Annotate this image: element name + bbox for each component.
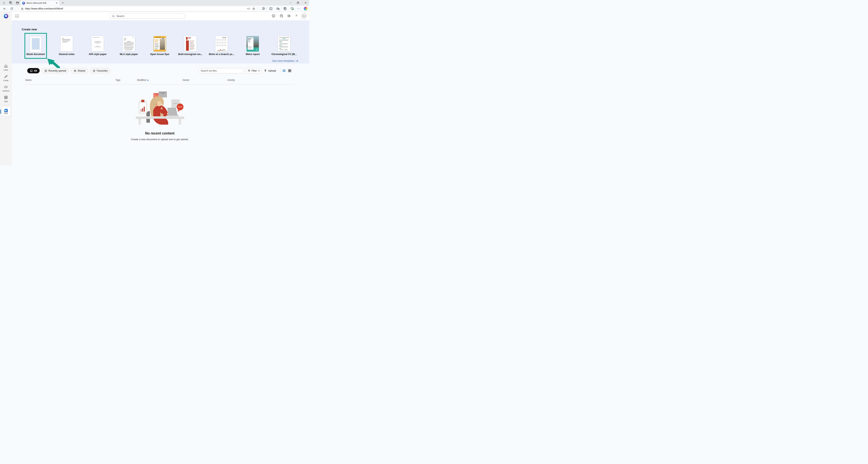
people-icon bbox=[73, 69, 76, 72]
window-close-button[interactable]: ✕ bbox=[304, 1, 307, 4]
column-header-name[interactable]: Name bbox=[25, 79, 32, 81]
workspaces-icon[interactable] bbox=[9, 1, 12, 4]
template-label: Metro report bbox=[237, 53, 268, 56]
my-day-icon[interactable] bbox=[280, 14, 283, 18]
create-pencil-icon bbox=[4, 74, 8, 78]
new-tab-button[interactable]: + bbox=[62, 1, 64, 4]
browser-titlebar: Word | Microsoft 365 ✕ + – ✕ bbox=[0, 0, 309, 5]
template-label: Bold monogram res... bbox=[175, 53, 206, 56]
microsoft-365-favicon bbox=[22, 2, 25, 4]
files-filter-pills: All Recently opened Shared Favourites bbox=[27, 68, 111, 73]
feedback-smiley-icon[interactable] bbox=[272, 14, 275, 18]
column-header-owner[interactable]: Owner bbox=[183, 79, 189, 81]
home-icon bbox=[4, 64, 8, 68]
template-card-metro-report[interactable]: REPORT TITLE bbox=[247, 36, 259, 52]
template-card-general-notes[interactable] bbox=[61, 36, 73, 52]
sort-descending-icon bbox=[147, 79, 149, 81]
column-header-tags[interactable]: Tags bbox=[115, 79, 120, 81]
apps-grid-icon bbox=[4, 95, 8, 99]
favorites-list-icon[interactable] bbox=[276, 7, 280, 10]
microsoft-365-logo[interactable] bbox=[4, 14, 8, 18]
filter-pill-recently-opened[interactable]: Recently opened bbox=[42, 68, 69, 73]
arrow-right-icon bbox=[295, 60, 298, 62]
template-label: Open house flyer bbox=[145, 53, 175, 56]
list-view-icon[interactable] bbox=[282, 69, 286, 72]
global-search-input[interactable] bbox=[116, 15, 183, 18]
refresh-icon[interactable] bbox=[10, 7, 13, 10]
browser-tab[interactable]: Word | Microsoft 365 ✕ bbox=[21, 0, 60, 5]
onedrive-cloud-icon bbox=[4, 85, 8, 89]
template-card-birds-calendar[interactable]: YEAR bbox=[215, 36, 228, 52]
template-card-mla-style[interactable] bbox=[123, 36, 135, 52]
template-label: Blank document bbox=[20, 53, 51, 56]
app-launcher-icon[interactable] bbox=[16, 14, 19, 18]
app-rail: Home Create OneDrive Apps W Word bbox=[0, 20, 12, 165]
clock-icon bbox=[44, 69, 47, 72]
template-card-blank-document[interactable] bbox=[30, 36, 41, 52]
sidebar-item-word[interactable]: W Word bbox=[1, 107, 10, 116]
template-card-chronological-cv[interactable]: FIRST NAME SURNAME bbox=[278, 36, 290, 52]
browser-essentials-icon[interactable] bbox=[290, 7, 294, 10]
filter-pill-favourites[interactable]: Favourites bbox=[90, 68, 111, 73]
annotation-arrow bbox=[46, 58, 62, 69]
column-header-activity[interactable]: Activity bbox=[227, 79, 235, 81]
account-avatar[interactable]: GJ bbox=[302, 13, 307, 19]
template-card-bold-monogram-resume[interactable] bbox=[184, 36, 196, 52]
browser-profile-icon[interactable] bbox=[2, 1, 6, 4]
filter-button[interactable]: Filter bbox=[246, 68, 261, 73]
table-header-divider bbox=[25, 84, 294, 85]
create-new-title: Create new bbox=[22, 28, 37, 31]
grid-view-icon[interactable] bbox=[288, 69, 291, 72]
svg-text:A: A bbox=[247, 7, 248, 10]
settings-more-icon[interactable]: … bbox=[298, 6, 300, 9]
sidebar-item-onedrive[interactable]: OneDrive bbox=[0, 85, 11, 92]
split-screen-icon[interactable] bbox=[269, 7, 273, 10]
read-aloud-icon[interactable]: A bbox=[247, 7, 250, 10]
upload-button[interactable]: Upload bbox=[264, 68, 276, 73]
all-files-icon bbox=[30, 69, 33, 72]
chevron-down-icon bbox=[258, 70, 260, 72]
global-search[interactable] bbox=[110, 13, 185, 19]
lock-icon bbox=[21, 7, 24, 10]
tab-title: Word | Microsoft 365 bbox=[26, 2, 56, 4]
search-my-files-input[interactable] bbox=[200, 69, 242, 72]
back-icon[interactable] bbox=[3, 7, 6, 10]
collections-icon[interactable] bbox=[283, 7, 287, 10]
template-label: MLA style paper bbox=[114, 53, 144, 56]
active-app-indicator bbox=[0, 109, 1, 114]
star-icon bbox=[93, 69, 95, 72]
template-label: Chronological CV (M... bbox=[269, 53, 300, 56]
sidebar-item-home[interactable]: Home bbox=[0, 64, 11, 71]
search-my-files[interactable] bbox=[198, 68, 244, 73]
template-card-open-house-flyer[interactable]: EVENT NAME HERE bbox=[154, 36, 166, 52]
filter-pill-shared[interactable]: Shared bbox=[71, 68, 88, 73]
window-restore-button[interactable] bbox=[297, 2, 299, 4]
filter-pill-all[interactable]: All bbox=[27, 68, 40, 73]
empty-state-title: No recent content bbox=[0, 131, 309, 135]
copilot-icon[interactable] bbox=[304, 7, 308, 10]
address-bar[interactable]: https://www.office.com/launch/Word/ A bbox=[19, 6, 257, 11]
url-text: https://www.office.com/launch/Word/ bbox=[25, 7, 244, 10]
rail-divider bbox=[2, 105, 9, 105]
template-label: APA style paper bbox=[82, 53, 113, 56]
help-icon[interactable]: ? bbox=[296, 14, 297, 18]
upload-icon bbox=[264, 69, 267, 72]
settings-gear-icon[interactable] bbox=[287, 14, 291, 18]
window-minimize-button[interactable]: – bbox=[289, 1, 292, 4]
sidebar-item-apps[interactable]: Apps bbox=[0, 95, 11, 102]
template-card-apa-style[interactable] bbox=[92, 36, 104, 52]
sidebar-item-create[interactable]: Create bbox=[0, 74, 11, 81]
favorite-star-icon[interactable] bbox=[252, 7, 255, 10]
tab-close-icon[interactable]: ✕ bbox=[56, 2, 58, 4]
filter-lines-icon bbox=[248, 69, 250, 72]
template-label: Birds on a branch ye... bbox=[206, 53, 237, 56]
tab-actions-icon[interactable] bbox=[16, 1, 19, 4]
search-icon bbox=[112, 15, 115, 18]
extensions-icon[interactable] bbox=[262, 7, 266, 10]
see-more-templates-link[interactable]: See more templates bbox=[272, 60, 298, 62]
column-header-modified[interactable]: Modified bbox=[137, 79, 149, 81]
word-app-icon: W bbox=[4, 109, 8, 112]
template-label: General notes bbox=[51, 53, 82, 56]
empty-state-illustration bbox=[134, 91, 186, 128]
microsoft-365-word-page: Word | Microsoft 365 ✕ + – ✕ https://www… bbox=[0, 0, 309, 165]
